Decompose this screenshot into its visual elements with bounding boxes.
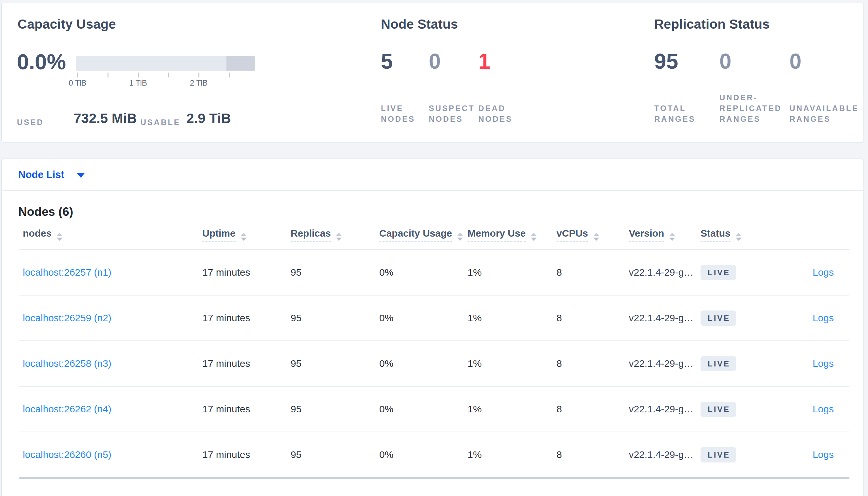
dead-nodes-label: DEAD NODES	[478, 103, 531, 124]
status-cell: LIVE	[701, 341, 766, 386]
replicas-cell: 95	[290, 432, 379, 478]
chevron-down-icon	[77, 173, 85, 178]
column-header-replicas[interactable]: Replicas	[290, 228, 379, 250]
logs-link[interactable]: Logs	[813, 267, 834, 278]
total-ranges-count: 95	[654, 49, 719, 73]
capacity-usage-cell: 0%	[379, 432, 467, 478]
node-link[interactable]: localhost:26258 (n3)	[23, 358, 111, 369]
node-status-title: Node Status	[381, 17, 458, 32]
version-cell: v22.1.4-29-g…	[629, 341, 701, 386]
column-label: nodes	[23, 228, 51, 238]
table-row: localhost:26259 (n2) 17 minutes 95 0% 1%…	[19, 295, 850, 341]
capacity-bar-other-segment	[226, 56, 255, 71]
sort-icon	[736, 233, 742, 241]
status-badge: LIVE	[701, 310, 736, 326]
dead-nodes-count: 1	[478, 49, 531, 73]
live-nodes-label: LIVE NODES	[381, 103, 429, 124]
usable-value: 2.9 TiB	[186, 111, 231, 126]
column-label: vCPUs	[556, 228, 588, 242]
version-cell: v22.1.4-29-g…	[629, 386, 701, 432]
logs-link[interactable]: Logs	[813, 404, 834, 414]
replicas-cell: 95	[290, 341, 379, 386]
capacity-usage-cell: 0%	[379, 386, 467, 432]
logs-link[interactable]: Logs	[813, 358, 834, 369]
capacity-bar	[76, 56, 255, 71]
node-link[interactable]: localhost:26260 (n5)	[23, 449, 111, 460]
axis-tick-label: 0 TiB	[58, 78, 97, 88]
node-status-values: 5 0 1	[381, 49, 531, 73]
nodes-table-panel: Nodes (6) nodes Uptime Replicas Capacity…	[1, 190, 864, 496]
logs-link[interactable]: Logs	[813, 449, 834, 460]
node-link[interactable]: localhost:26259 (n2)	[23, 312, 111, 323]
column-header-vcpus[interactable]: vCPUs	[556, 228, 629, 250]
memory-use-cell: 1%	[467, 341, 556, 386]
replicas-cell: 95	[290, 250, 379, 295]
vcpus-cell: 8	[556, 386, 629, 432]
column-header-capacity-usage[interactable]: Capacity Usage	[379, 228, 467, 250]
version-cell: v22.1.4-29-g…	[629, 432, 701, 478]
logs-link[interactable]: Logs	[813, 312, 834, 323]
table-row: localhost:26260 (n5) 17 minutes 95 0% 1%…	[19, 432, 850, 478]
status-cell: LIVE	[701, 250, 766, 295]
uptime-cell: 17 minutes	[202, 386, 290, 432]
nodes-table: nodes Uptime Replicas Capacity Usage Mem…	[19, 228, 850, 479]
sort-icon	[336, 233, 342, 241]
column-label: Memory Use	[467, 228, 526, 242]
vcpus-cell: 8	[556, 250, 629, 295]
sort-icon	[457, 233, 463, 241]
table-row: localhost:26257 (n1) 17 minutes 95 0% 1%…	[19, 250, 850, 295]
replication-values: 95 0 0	[654, 49, 866, 73]
sort-icon	[531, 233, 537, 241]
capacity-usage-cell: 0%	[379, 295, 467, 341]
view-selector-bar[interactable]: Node List	[1, 158, 864, 190]
column-label: Status	[701, 228, 731, 242]
sort-icon	[593, 233, 599, 241]
replication-status-title: Replication Status	[654, 17, 769, 32]
node-list-dropdown[interactable]: Node List	[18, 169, 64, 181]
memory-use-cell: 1%	[467, 250, 556, 295]
capacity-usage-cell: 0%	[379, 341, 467, 386]
node-link[interactable]: localhost:26262 (n4)	[23, 404, 111, 414]
used-value: 732.5 MiB	[74, 111, 137, 126]
replication-labels: TOTAL RANGES UNDER-REPLICATED RANGES UNA…	[654, 91, 866, 124]
uptime-cell: 17 minutes	[202, 341, 290, 386]
suspect-nodes-label: SUSPECT NODES	[429, 103, 478, 124]
unavailable-ranges-label: UNAVAILABLE RANGES	[790, 103, 866, 124]
memory-use-cell: 1%	[467, 386, 556, 432]
sort-icon	[241, 233, 246, 241]
used-label: USED	[17, 118, 44, 127]
axis-tick	[168, 73, 169, 77]
column-header-version[interactable]: Version	[629, 228, 701, 250]
replicas-cell: 95	[290, 386, 379, 432]
status-badge: LIVE	[701, 265, 736, 280]
status-badge: LIVE	[701, 402, 736, 417]
under-replicated-ranges-count: 0	[719, 49, 790, 73]
version-cell: v22.1.4-29-g…	[629, 295, 701, 341]
column-header-logs	[766, 228, 850, 250]
capacity-usage-title: Capacity Usage	[18, 17, 116, 32]
usable-label: USABLE	[140, 118, 180, 127]
axis-tick-label: 1 TiB	[119, 78, 158, 88]
unavailable-ranges-count: 0	[790, 49, 866, 73]
axis-tick	[229, 73, 230, 77]
column-header-nodes[interactable]: nodes	[19, 228, 202, 250]
sort-icon	[57, 233, 62, 241]
uptime-cell: 17 minutes	[202, 250, 290, 295]
memory-use-cell: 1%	[467, 432, 556, 478]
suspect-nodes-count: 0	[429, 49, 478, 73]
vcpus-cell: 8	[556, 341, 629, 386]
column-header-memory-use[interactable]: Memory Use	[467, 228, 556, 250]
column-header-status[interactable]: Status	[701, 228, 766, 250]
sort-icon	[669, 233, 675, 241]
node-status-labels: LIVE NODES SUSPECT NODES DEAD NODES	[381, 91, 531, 124]
node-link[interactable]: localhost:26257 (n1)	[23, 267, 111, 278]
status-cell: LIVE	[701, 432, 766, 478]
column-header-uptime[interactable]: Uptime	[202, 228, 290, 250]
axis-tick	[138, 73, 139, 77]
table-row: localhost:26262 (n4) 17 minutes 95 0% 1%…	[19, 386, 850, 432]
capacity-bar-usable-segment	[76, 56, 226, 71]
capacity-percent: 0.0%	[17, 49, 66, 74]
capacity-usage-cell: 0%	[379, 250, 467, 295]
uptime-cell: 17 minutes	[202, 432, 290, 478]
replicas-cell: 95	[290, 295, 379, 341]
